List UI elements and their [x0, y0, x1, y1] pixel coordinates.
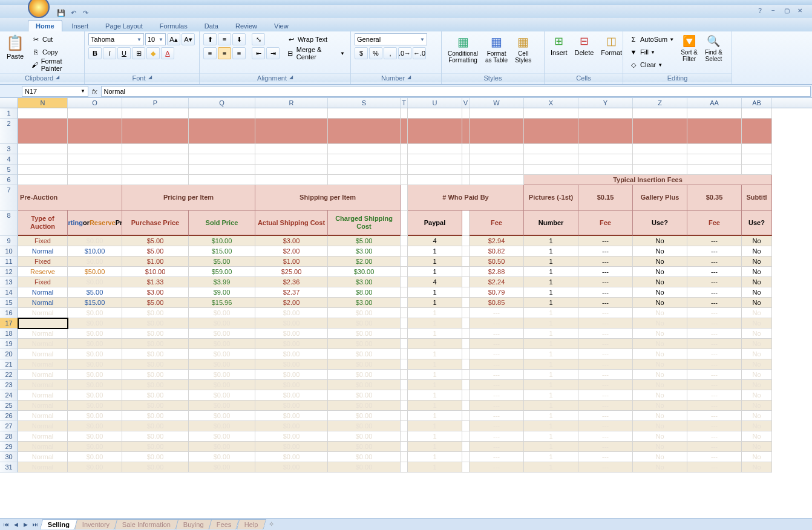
row-header[interactable]: 22 [0, 370, 18, 380]
cell[interactable] [68, 144, 122, 154]
cell[interactable] [401, 370, 408, 380]
cell[interactable] [189, 108, 255, 119]
row-header[interactable]: 21 [0, 359, 18, 370]
cell[interactable] [633, 165, 687, 175]
cell[interactable]: 1 [524, 298, 578, 308]
cell[interactable]: $2.24 [470, 277, 524, 287]
cell[interactable] [401, 359, 408, 370]
cell[interactable] [122, 144, 189, 154]
cell[interactable]: $0.00 [122, 401, 189, 411]
cell[interactable]: No [633, 318, 687, 329]
cell[interactable]: $0.00 [328, 421, 401, 431]
sheet-tab-inventory[interactable]: Inventory [74, 519, 118, 529]
cell[interactable] [189, 165, 255, 175]
cell[interactable]: --- [470, 329, 524, 339]
cell[interactable]: $0.00 [122, 452, 189, 462]
row-header[interactable]: 11 [0, 257, 18, 267]
column-header-U[interactable]: U [408, 98, 462, 108]
cell[interactable] [401, 144, 408, 154]
header-paypal[interactable]: Paypal [408, 211, 462, 236]
cell[interactable]: --- [578, 390, 633, 401]
cell[interactable]: Normal [18, 401, 68, 411]
merge-center-button[interactable]: ⊟Merge & Center▼ [284, 47, 347, 59]
cell[interactable]: $0.00 [68, 380, 122, 390]
cell[interactable] [68, 119, 122, 144]
cell[interactable]: $0.00 [68, 318, 122, 329]
cell[interactable]: $0.00 [122, 318, 189, 329]
cell[interactable]: $0.00 [68, 339, 122, 349]
cell[interactable]: $0.00 [328, 359, 401, 370]
fill-color-button[interactable]: ◆ [146, 47, 160, 59]
cell[interactable] [401, 236, 408, 246]
header-fee-015[interactable]: $0.15 [578, 185, 633, 211]
next-sheet-icon[interactable]: ▶ [21, 522, 30, 528]
cell[interactable]: No [633, 308, 687, 318]
underline-button[interactable]: U [117, 47, 131, 59]
cell[interactable]: $0.00 [68, 277, 122, 287]
cell[interactable]: No [633, 421, 687, 431]
cell[interactable] [122, 154, 189, 165]
cell[interactable] [687, 119, 742, 144]
cell[interactable]: No [633, 390, 687, 401]
header-sold[interactable]: Sold Price [189, 211, 255, 236]
row-header[interactable]: 14 [0, 287, 18, 298]
cell[interactable] [408, 154, 462, 165]
row-header[interactable]: 17 [0, 318, 18, 329]
cell[interactable]: --- [470, 308, 524, 318]
cell[interactable]: --- [687, 349, 742, 359]
cell[interactable]: $50.00 [68, 267, 122, 277]
undo-icon[interactable]: ↶ [68, 7, 79, 18]
cell[interactable]: No [742, 308, 772, 318]
row-header[interactable]: 5 [0, 165, 18, 175]
cell[interactable]: $0.00 [122, 411, 189, 421]
row-header[interactable]: 6 [0, 175, 18, 185]
cell[interactable]: --- [470, 370, 524, 380]
cell[interactable]: No [742, 380, 772, 390]
tab-insert[interactable]: Insert [65, 21, 96, 31]
cell[interactable] [255, 108, 328, 119]
cell[interactable]: $0.00 [255, 339, 328, 349]
cell[interactable]: No [633, 431, 687, 442]
cell[interactable]: 1 [524, 452, 578, 462]
cell[interactable]: $0.00 [328, 349, 401, 359]
cell[interactable]: --- [578, 246, 633, 257]
cell[interactable]: Fixed [18, 236, 68, 246]
cell[interactable] [401, 452, 408, 462]
cell[interactable]: No [633, 236, 687, 246]
row-header[interactable]: 29 [0, 442, 18, 452]
cell[interactable]: --- [470, 339, 524, 349]
cell[interactable]: $0.00 [68, 431, 122, 442]
cell[interactable]: $0.00 [68, 370, 122, 380]
cell[interactable] [189, 119, 255, 144]
cell[interactable]: --- [578, 287, 633, 298]
cell[interactable]: --- [470, 421, 524, 431]
increase-indent-button[interactable]: ⇥ [266, 47, 280, 59]
cell[interactable]: No [633, 277, 687, 287]
row-header[interactable]: 20 [0, 349, 18, 359]
cell[interactable] [18, 108, 68, 119]
cell[interactable]: $2.00 [328, 257, 401, 267]
cell[interactable]: $0.00 [328, 411, 401, 421]
cell[interactable]: No [633, 349, 687, 359]
cell[interactable]: $0.00 [189, 370, 255, 380]
cell[interactable] [328, 108, 401, 119]
cell[interactable] [68, 165, 122, 175]
cell[interactable]: No [633, 339, 687, 349]
cell[interactable] [578, 165, 633, 175]
cell[interactable]: 1 [408, 421, 462, 431]
cell[interactable] [462, 257, 470, 267]
cell[interactable]: No [742, 298, 772, 308]
cell[interactable] [742, 108, 772, 119]
new-sheet-icon[interactable]: ✧ [264, 519, 279, 529]
tab-view[interactable]: View [267, 21, 296, 31]
cell[interactable]: $0.00 [189, 380, 255, 390]
cut-button[interactable]: ✂Cut [29, 33, 80, 45]
clear-button[interactable]: ◇Clear▼ [627, 59, 676, 71]
cell[interactable]: Normal [18, 308, 68, 318]
column-header-N[interactable]: N [18, 98, 68, 108]
cell[interactable] [401, 175, 408, 185]
cell[interactable]: $0.00 [328, 442, 401, 452]
cell[interactable] [687, 154, 742, 165]
cell[interactable] [687, 108, 742, 119]
cell[interactable]: $5.00 [122, 298, 189, 308]
